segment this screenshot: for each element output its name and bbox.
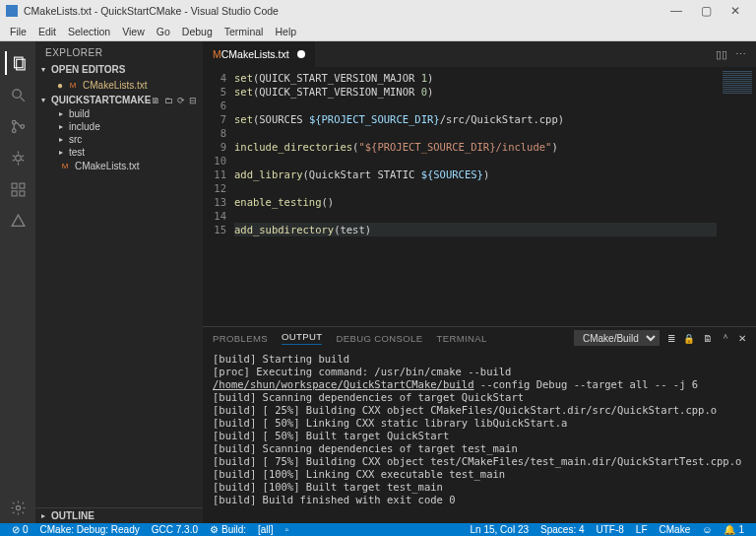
status-item[interactable]: [all] bbox=[252, 524, 280, 535]
svg-rect-17 bbox=[19, 183, 24, 188]
outline-section[interactable]: ▸ OUTLINE bbox=[35, 507, 203, 523]
menu-edit[interactable]: Edit bbox=[32, 26, 62, 37]
split-editor-icon[interactable]: ▯▯ bbox=[716, 48, 727, 61]
status-item[interactable]: GCC 7.3.0 bbox=[146, 524, 204, 535]
status-item[interactable]: 🔔1 bbox=[718, 524, 750, 535]
output-line: [build] Scanning dependencies of target … bbox=[213, 442, 746, 455]
status-text: UTF-8 bbox=[597, 524, 624, 535]
tab-label: CMakeLists.txt bbox=[221, 48, 289, 60]
item-label: include bbox=[69, 121, 100, 132]
menu-view[interactable]: View bbox=[116, 26, 151, 37]
status-item[interactable]: Spaces: 4 bbox=[535, 524, 590, 535]
collapse-icon[interactable]: ⊟ bbox=[189, 96, 197, 105]
status-text: LF bbox=[636, 524, 648, 535]
explorer-icon[interactable] bbox=[5, 51, 29, 75]
clear-output-icon[interactable]: ≣ bbox=[667, 333, 675, 344]
folder-item[interactable]: ▸include bbox=[35, 120, 203, 133]
menu-terminal[interactable]: Terminal bbox=[219, 26, 270, 37]
menu-help[interactable]: Help bbox=[269, 26, 302, 37]
workspace-section[interactable]: ▾ QUICKSTARTCMAKE 🗎 🗀 ⟳ ⊟ bbox=[35, 93, 203, 107]
file-name: CMakeLists.txt bbox=[83, 80, 148, 91]
status-text: CMake: Debug: Ready bbox=[40, 524, 140, 535]
chevron-right-icon: ▸ bbox=[59, 135, 69, 144]
search-icon[interactable] bbox=[6, 83, 30, 106]
maximize-panel-icon[interactable]: ＾ bbox=[721, 332, 730, 345]
more-actions-icon[interactable]: ⋯ bbox=[735, 48, 746, 61]
minimize-button[interactable]: — bbox=[662, 4, 691, 18]
editor-area: M CMakeLists.txt ▯▯ ⋯ 456789101112131415… bbox=[203, 41, 756, 523]
status-item[interactable]: Ln 15, Col 23 bbox=[465, 524, 536, 535]
lock-scroll-icon[interactable]: 🔒 bbox=[683, 333, 695, 344]
svg-line-10 bbox=[12, 155, 14, 156]
status-item[interactable]: ☺ bbox=[696, 524, 718, 535]
tab-bar: M CMakeLists.txt ▯▯ ⋯ bbox=[203, 41, 756, 67]
folder-item[interactable]: ▸src bbox=[35, 133, 203, 146]
menubar: FileEditSelectionViewGoDebugTerminalHelp bbox=[0, 22, 756, 41]
svg-line-3 bbox=[20, 97, 24, 100]
svg-line-13 bbox=[22, 159, 24, 160]
item-label: CMakeLists.txt bbox=[75, 161, 140, 171]
folder-item[interactable]: ▸build bbox=[35, 107, 203, 120]
output-content[interactable]: [build] Starting build[proc] Executing c… bbox=[203, 349, 756, 523]
output-line: [build] [ 50%] Built target QuickStart bbox=[213, 430, 746, 442]
cmake-file-icon: M bbox=[213, 48, 221, 60]
output-line: [build] Build finished with exit code 0 bbox=[213, 494, 746, 506]
file-item[interactable]: MCMakeLists.txt bbox=[35, 159, 203, 172]
status-item[interactable]: ▫ bbox=[280, 524, 295, 535]
explorer-sidebar: EXPLORER ▾ OPEN EDITORS ●MCMakeLists.txt… bbox=[35, 41, 203, 523]
status-text: 1 bbox=[738, 524, 744, 535]
status-text: [all] bbox=[258, 524, 274, 535]
window-title: CMakeLists.txt - QuickStartCMake - Visua… bbox=[24, 5, 662, 17]
close-button[interactable]: ✕ bbox=[721, 4, 750, 18]
status-item[interactable]: ⚙Build: bbox=[204, 524, 252, 535]
status-item[interactable]: CMake: Debug: Ready bbox=[34, 524, 146, 535]
item-label: build bbox=[69, 108, 90, 119]
new-folder-icon[interactable]: 🗀 bbox=[164, 96, 173, 105]
new-file-icon[interactable]: 🗎 bbox=[152, 96, 160, 105]
editor-tab[interactable]: M CMakeLists.txt bbox=[203, 41, 316, 67]
workspace-label: QUICKSTARTCMAKE bbox=[51, 95, 151, 105]
panel-tab-debug-console[interactable]: DEBUG CONSOLE bbox=[336, 333, 422, 344]
menu-debug[interactable]: Debug bbox=[176, 26, 219, 37]
output-channel-select[interactable]: CMake/Build bbox=[574, 330, 660, 346]
chevron-right-icon: ▸ bbox=[41, 511, 51, 520]
open-editor-item[interactable]: ●MCMakeLists.txt bbox=[35, 77, 203, 93]
svg-line-11 bbox=[22, 155, 24, 156]
menu-go[interactable]: Go bbox=[151, 26, 176, 37]
line-number-gutter: 456789101112131415 bbox=[203, 67, 234, 326]
svg-rect-15 bbox=[12, 190, 17, 195]
panel-tab-output[interactable]: OUTPUT bbox=[282, 331, 322, 345]
extensions-icon[interactable] bbox=[6, 177, 30, 201]
menu-selection[interactable]: Selection bbox=[62, 26, 116, 37]
source-control-icon[interactable] bbox=[6, 114, 30, 138]
status-item[interactable]: LF bbox=[630, 524, 654, 535]
close-panel-icon[interactable]: ✕ bbox=[738, 333, 746, 344]
status-item[interactable]: ⊘0 bbox=[6, 524, 34, 535]
window-titlebar: CMakeLists.txt - QuickStartCMake - Visua… bbox=[0, 0, 756, 22]
output-line: [build] [100%] Linking CXX executable te… bbox=[213, 468, 746, 481]
refresh-icon[interactable]: ⟳ bbox=[177, 96, 185, 105]
folder-item[interactable]: ▸test bbox=[35, 146, 203, 159]
status-text: Ln 15, Col 23 bbox=[471, 524, 530, 535]
status-item[interactable]: UTF-8 bbox=[591, 524, 630, 535]
item-label: src bbox=[69, 134, 82, 145]
panel-tab-problems[interactable]: PROBLEMS bbox=[213, 333, 268, 344]
settings-gear-icon[interactable] bbox=[6, 496, 30, 519]
bookmarks-icon[interactable] bbox=[6, 209, 30, 233]
dirty-dot-icon: ● bbox=[57, 80, 63, 91]
dirty-indicator-icon bbox=[297, 50, 305, 58]
code-content[interactable]: set(QUICK_START_VERSION_MAJOR 1)set(QUIC… bbox=[234, 67, 717, 326]
minimap[interactable] bbox=[717, 67, 756, 326]
open-log-icon[interactable]: 🗎 bbox=[703, 333, 713, 344]
chevron-right-icon: ▸ bbox=[59, 148, 69, 157]
debug-icon[interactable] bbox=[6, 146, 30, 169]
open-editors-section[interactable]: ▾ OPEN EDITORS bbox=[35, 62, 203, 77]
status-text: GCC 7.3.0 bbox=[152, 524, 198, 535]
status-item[interactable]: CMake bbox=[654, 524, 697, 535]
code-editor[interactable]: 456789101112131415 set(QUICK_START_VERSI… bbox=[203, 67, 717, 326]
panel-tab-terminal[interactable]: TERMINAL bbox=[437, 333, 487, 344]
maximize-button[interactable]: ▢ bbox=[691, 4, 721, 18]
output-line: [build] [ 25%] Building CXX object CMake… bbox=[213, 404, 746, 417]
menu-file[interactable]: File bbox=[4, 26, 32, 37]
chevron-right-icon: ▸ bbox=[59, 122, 69, 131]
